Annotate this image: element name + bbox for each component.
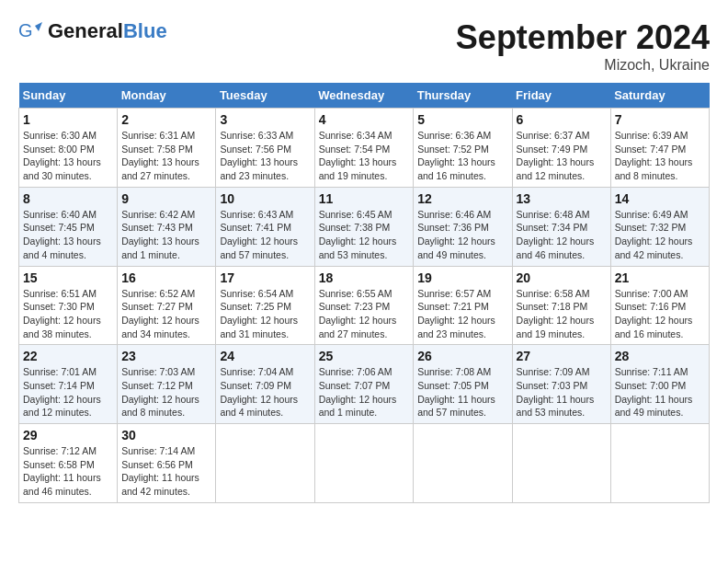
day-info: Sunrise: 7:01 AMSunset: 7:14 PMDaylight:… [23, 365, 113, 419]
day-info: Sunrise: 6:46 AMSunset: 7:36 PMDaylight:… [417, 208, 507, 262]
day-info: Sunrise: 7:04 AMSunset: 7:09 PMDaylight:… [220, 365, 310, 419]
header: G GeneralBlue September 2024 Mizoch, Ukr… [18, 18, 710, 74]
day-info: Sunrise: 6:30 AMSunset: 8:00 PMDaylight:… [23, 129, 113, 183]
day-info: Sunrise: 6:45 AMSunset: 7:38 PMDaylight:… [319, 208, 410, 262]
calendar-cell: 11Sunrise: 6:45 AMSunset: 7:38 PMDayligh… [314, 187, 414, 266]
day-header-sunday: Sunday [19, 83, 118, 109]
day-info: Sunrise: 6:49 AMSunset: 7:32 PMDaylight:… [615, 208, 705, 262]
day-info: Sunrise: 7:11 AMSunset: 7:00 PMDaylight:… [615, 365, 705, 419]
calendar-cell: 28Sunrise: 7:11 AMSunset: 7:00 PMDayligh… [610, 345, 709, 424]
calendar-table: SundayMondayTuesdayWednesdayThursdayFrid… [18, 83, 710, 503]
day-info: Sunrise: 6:42 AMSunset: 7:43 PMDaylight:… [121, 208, 211, 262]
calendar-cell: 22Sunrise: 7:01 AMSunset: 7:14 PMDayligh… [19, 345, 118, 424]
day-info: Sunrise: 7:03 AMSunset: 7:12 PMDaylight:… [121, 365, 211, 419]
calendar-cell [314, 424, 414, 503]
calendar-week-3: 15Sunrise: 6:51 AMSunset: 7:30 PMDayligh… [19, 266, 710, 345]
calendar-cell: 26Sunrise: 7:08 AMSunset: 7:05 PMDayligh… [414, 345, 512, 424]
day-info: Sunrise: 6:43 AMSunset: 7:41 PMDaylight:… [220, 208, 310, 262]
day-number: 5 [417, 112, 507, 127]
calendar-cell: 25Sunrise: 7:06 AMSunset: 7:07 PMDayligh… [314, 345, 414, 424]
day-number: 4 [319, 112, 410, 127]
calendar-week-2: 8Sunrise: 6:40 AMSunset: 7:45 PMDaylight… [19, 187, 710, 266]
logo-icon: G [18, 18, 44, 44]
calendar-cell: 21Sunrise: 7:00 AMSunset: 7:16 PMDayligh… [610, 266, 709, 345]
day-number: 9 [121, 191, 211, 206]
day-info: Sunrise: 6:37 AMSunset: 7:49 PMDaylight:… [517, 129, 607, 183]
day-header-thursday: Thursday [414, 83, 512, 109]
location: Mizoch, Ukraine [456, 57, 710, 74]
day-number: 30 [121, 428, 211, 442]
calendar-cell: 16Sunrise: 6:52 AMSunset: 7:27 PMDayligh… [118, 266, 216, 345]
calendar-cell: 13Sunrise: 6:48 AMSunset: 7:34 PMDayligh… [512, 187, 610, 266]
day-info: Sunrise: 6:48 AMSunset: 7:34 PMDaylight:… [517, 208, 607, 262]
day-number: 28 [615, 349, 705, 363]
calendar-cell: 8Sunrise: 6:40 AMSunset: 7:45 PMDaylight… [19, 187, 118, 266]
day-info: Sunrise: 6:33 AMSunset: 7:56 PMDaylight:… [220, 129, 310, 183]
calendar-cell: 7Sunrise: 6:39 AMSunset: 7:47 PMDaylight… [610, 109, 709, 188]
day-number: 2 [121, 112, 211, 127]
day-number: 29 [23, 428, 113, 442]
day-header-friday: Friday [512, 83, 610, 109]
svg-text:G: G [18, 20, 33, 40]
day-info: Sunrise: 7:09 AMSunset: 7:03 PMDaylight:… [517, 365, 607, 419]
day-info: Sunrise: 7:12 AMSunset: 6:58 PMDaylight:… [23, 444, 113, 499]
day-info: Sunrise: 6:34 AMSunset: 7:54 PMDaylight:… [319, 129, 410, 183]
day-info: Sunrise: 7:00 AMSunset: 7:16 PMDaylight:… [615, 287, 705, 341]
day-number: 19 [417, 270, 507, 285]
day-info: Sunrise: 6:51 AMSunset: 7:30 PMDaylight:… [23, 287, 113, 341]
calendar-cell [512, 424, 610, 503]
day-info: Sunrise: 6:31 AMSunset: 7:58 PMDaylight:… [121, 129, 211, 183]
day-number: 16 [121, 270, 211, 285]
day-info: Sunrise: 6:39 AMSunset: 7:47 PMDaylight:… [615, 129, 705, 183]
calendar-cell: 19Sunrise: 6:57 AMSunset: 7:21 PMDayligh… [414, 266, 512, 345]
calendar-cell: 29Sunrise: 7:12 AMSunset: 6:58 PMDayligh… [19, 424, 118, 503]
day-number: 22 [23, 349, 113, 363]
day-number: 23 [121, 349, 211, 363]
calendar-week-1: 1Sunrise: 6:30 AMSunset: 8:00 PMDaylight… [19, 109, 710, 188]
calendar-cell [414, 424, 512, 503]
day-number: 14 [615, 191, 705, 206]
calendar-header-row: SundayMondayTuesdayWednesdayThursdayFrid… [19, 83, 710, 109]
day-number: 3 [220, 112, 310, 127]
calendar-cell [610, 424, 709, 503]
calendar-cell: 24Sunrise: 7:04 AMSunset: 7:09 PMDayligh… [216, 345, 314, 424]
day-number: 27 [517, 349, 607, 363]
day-number: 13 [517, 191, 607, 206]
calendar-cell: 1Sunrise: 6:30 AMSunset: 8:00 PMDaylight… [19, 109, 118, 188]
day-number: 6 [517, 112, 607, 127]
calendar-cell: 12Sunrise: 6:46 AMSunset: 7:36 PMDayligh… [414, 187, 512, 266]
day-number: 17 [220, 270, 310, 285]
day-header-wednesday: Wednesday [314, 83, 414, 109]
logo: G GeneralBlue [18, 18, 167, 44]
day-number: 12 [417, 191, 507, 206]
day-info: Sunrise: 6:58 AMSunset: 7:18 PMDaylight:… [517, 287, 607, 341]
day-number: 24 [220, 349, 310, 363]
calendar-cell: 3Sunrise: 6:33 AMSunset: 7:56 PMDaylight… [216, 109, 314, 188]
day-info: Sunrise: 6:40 AMSunset: 7:45 PMDaylight:… [23, 208, 113, 262]
month-title: September 2024 [456, 18, 710, 57]
day-number: 10 [220, 191, 310, 206]
calendar-cell: 17Sunrise: 6:54 AMSunset: 7:25 PMDayligh… [216, 266, 314, 345]
calendar-cell: 9Sunrise: 6:42 AMSunset: 7:43 PMDaylight… [118, 187, 216, 266]
calendar-cell: 15Sunrise: 6:51 AMSunset: 7:30 PMDayligh… [19, 266, 118, 345]
calendar-cell: 6Sunrise: 6:37 AMSunset: 7:49 PMDaylight… [512, 109, 610, 188]
calendar-cell: 10Sunrise: 6:43 AMSunset: 7:41 PMDayligh… [216, 187, 314, 266]
calendar-week-5: 29Sunrise: 7:12 AMSunset: 6:58 PMDayligh… [19, 424, 710, 503]
logo-text: GeneralBlue [48, 20, 167, 42]
calendar-cell: 18Sunrise: 6:55 AMSunset: 7:23 PMDayligh… [314, 266, 414, 345]
day-header-monday: Monday [118, 83, 216, 109]
day-number: 11 [319, 191, 410, 206]
day-number: 26 [417, 349, 507, 363]
day-info: Sunrise: 7:14 AMSunset: 6:56 PMDaylight:… [121, 444, 211, 499]
day-info: Sunrise: 7:08 AMSunset: 7:05 PMDaylight:… [417, 365, 507, 419]
calendar-cell: 27Sunrise: 7:09 AMSunset: 7:03 PMDayligh… [512, 345, 610, 424]
day-number: 21 [615, 270, 705, 285]
day-info: Sunrise: 6:57 AMSunset: 7:21 PMDaylight:… [417, 287, 507, 341]
day-number: 1 [23, 112, 113, 127]
day-header-tuesday: Tuesday [216, 83, 314, 109]
day-info: Sunrise: 6:36 AMSunset: 7:52 PMDaylight:… [417, 129, 507, 183]
day-number: 8 [23, 191, 113, 206]
calendar-cell: 14Sunrise: 6:49 AMSunset: 7:32 PMDayligh… [610, 187, 709, 266]
day-number: 25 [319, 349, 410, 363]
day-info: Sunrise: 6:52 AMSunset: 7:27 PMDaylight:… [121, 287, 211, 341]
